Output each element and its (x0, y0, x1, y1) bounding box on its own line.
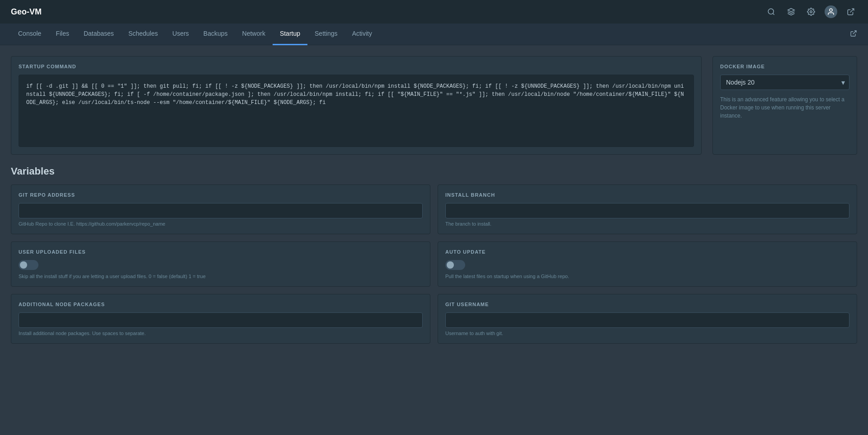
auto-update-toggle[interactable] (445, 260, 465, 270)
startup-command-code[interactable]: if [[ -d .git ]] && [[ 0 == "1" ]]; then… (19, 75, 694, 147)
nav-users[interactable]: Users (165, 24, 196, 45)
auto-update-hint: Pull the latest files on startup when us… (445, 274, 569, 279)
external-link-icon[interactable] (844, 5, 857, 18)
svg-point-0 (768, 9, 774, 14)
top-row: STARTUP COMMAND if [[ -d .git ]] && [[ 0… (11, 56, 857, 155)
nav-backups[interactable]: Backups (196, 24, 235, 45)
git-username-card: GIT USERNAME Username to auth with git. (438, 294, 857, 344)
variables-grid: GIT REPO ADDRESS GitHub Repo to clone I.… (11, 184, 857, 344)
svg-line-5 (850, 9, 854, 12)
main-content: STARTUP COMMAND if [[ -d .git ]] && [[ 0… (0, 45, 868, 355)
topbar-icons (765, 5, 857, 18)
search-icon[interactable] (765, 5, 778, 18)
avatar-icon[interactable] (825, 5, 837, 18)
additional-node-packages-input[interactable] (19, 312, 423, 328)
gear-icon[interactable] (805, 5, 817, 18)
nav-databases[interactable]: Databases (76, 24, 121, 45)
nav-console[interactable]: Console (11, 24, 48, 45)
additional-node-packages-title: ADDITIONAL NODE PACKAGES (19, 302, 423, 307)
startup-command-card: STARTUP COMMAND if [[ -d .git ]] && [[ 0… (11, 56, 702, 155)
nav-startup[interactable]: Startup (273, 24, 307, 45)
git-username-input[interactable] (445, 312, 849, 328)
git-username-title: GIT USERNAME (445, 302, 849, 307)
user-uploaded-files-card: USER UPLOADED FILES Skip all the install… (11, 241, 430, 287)
svg-point-4 (830, 9, 832, 11)
nav-network[interactable]: Network (235, 24, 273, 45)
user-uploaded-toggle-wrapper: Skip all the install stuff if you are le… (19, 260, 423, 279)
nav-files[interactable]: Files (48, 24, 76, 45)
svg-line-6 (853, 31, 856, 34)
git-repo-input[interactable] (19, 203, 423, 218)
git-repo-title: GIT REPO ADDRESS (19, 192, 423, 198)
additional-node-packages-card: ADDITIONAL NODE PACKAGES Install additio… (11, 294, 430, 344)
auto-update-toggle-wrapper: Pull the latest files on startup when us… (445, 260, 849, 279)
docker-image-select[interactable]: Nodejs 20 Nodejs 18 Nodejs 16 Nodejs 14 (720, 75, 849, 90)
svg-marker-2 (788, 9, 795, 12)
variables-section-title: Variables (11, 165, 857, 177)
svg-point-3 (810, 11, 812, 13)
page-title: Geo-VM (11, 7, 758, 17)
svg-line-1 (773, 13, 774, 14)
topbar: Geo-VM (0, 0, 868, 24)
install-branch-input[interactable] (445, 203, 849, 218)
startup-command-title: STARTUP COMMAND (19, 64, 694, 69)
install-branch-card: INSTALL BRANCH The branch to install. (438, 184, 857, 234)
nav-settings[interactable]: Settings (307, 24, 345, 45)
user-uploaded-files-hint: Skip all the install stuff if you are le… (19, 274, 206, 279)
external-nav-icon[interactable] (850, 30, 857, 39)
additional-node-packages-hint: Install additional node packages. Use sp… (19, 331, 423, 336)
user-uploaded-files-title: USER UPLOADED FILES (19, 249, 423, 255)
git-repo-card: GIT REPO ADDRESS GitHub Repo to clone I.… (11, 184, 430, 234)
git-username-hint: Username to auth with git. (445, 331, 849, 336)
docker-hint-text: This is an advanced feature allowing you… (720, 95, 849, 120)
install-branch-hint: The branch to install. (445, 221, 849, 227)
install-branch-title: INSTALL BRANCH (445, 192, 849, 198)
docker-select-wrapper: Nodejs 20 Nodejs 18 Nodejs 16 Nodejs 14 … (720, 75, 849, 90)
layers-icon[interactable] (785, 5, 797, 18)
auto-update-card: AUTO UPDATE Pull the latest files on sta… (438, 241, 857, 287)
git-repo-hint: GitHub Repo to clone I.E. https://github… (19, 221, 423, 227)
docker-image-title: DOCKER IMAGE (720, 64, 849, 69)
auto-update-title: AUTO UPDATE (445, 249, 849, 255)
nav-activity[interactable]: Activity (345, 24, 379, 45)
nav-schedules[interactable]: Schedules (121, 24, 165, 45)
user-uploaded-files-toggle[interactable] (19, 260, 38, 270)
navbar: Console Files Databases Schedules Users … (0, 24, 868, 45)
docker-image-card: DOCKER IMAGE Nodejs 20 Nodejs 18 Nodejs … (712, 56, 857, 155)
